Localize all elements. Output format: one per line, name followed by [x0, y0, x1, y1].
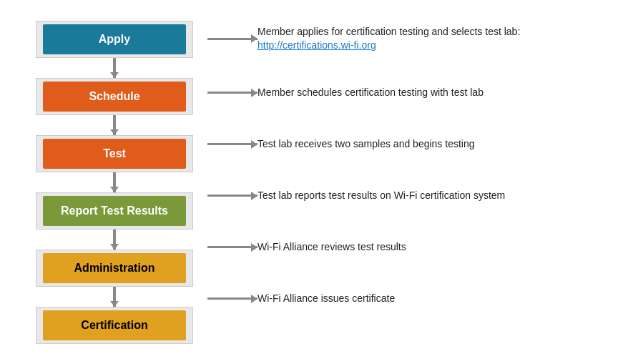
- desc-box-row-report: Test lab reports test results on Wi-Fi c…: [207, 180, 602, 212]
- step-wrapper-test: Test: [21, 135, 207, 172]
- arrow-line-schedule: [207, 92, 257, 94]
- step-tray-test: Test: [36, 135, 193, 172]
- step-wrapper-cert: Certification: [21, 307, 207, 344]
- step-tray-apply: Apply: [36, 21, 193, 58]
- desc-spacer-schedule: [207, 109, 602, 129]
- arrow-line-report: [207, 195, 257, 197]
- description-text-schedule: Member schedules certification testing w…: [257, 82, 484, 104]
- desc-spacer-report: [207, 212, 602, 232]
- desc-item-apply: Member applies for certification testing…: [207, 21, 602, 77]
- description-text-cert: Wi-Fi Alliance issues certificate: [257, 287, 395, 310]
- description-row-cert: Wi-Fi Alliance issues certificate: [207, 287, 395, 310]
- steps-column: ApplyScheduleTestReport Test ResultsAdmi…: [21, 21, 207, 344]
- desc-spacer-admin: [207, 263, 602, 283]
- arrow-line-cert: [207, 297, 257, 300]
- step-wrapper-admin: Administration: [21, 250, 207, 287]
- certification-link[interactable]: http://certifications.wi-fi.org: [257, 39, 376, 51]
- arrow-report: [207, 195, 257, 197]
- step-tray-admin: Administration: [36, 250, 193, 287]
- description-text-test: Test lab receives two samples and begins…: [257, 133, 475, 156]
- step-box-apply: Apply: [43, 24, 186, 54]
- connector-v-apply: [113, 58, 116, 78]
- desc-item-admin: Wi-Fi Alliance reviews test results: [207, 232, 602, 283]
- arrow-line-test: [207, 143, 257, 145]
- desc-item-test: Test lab receives two samples and begins…: [207, 129, 602, 180]
- descriptions-column: Member applies for certification testing…: [207, 21, 602, 315]
- step-tray-schedule: Schedule: [36, 78, 193, 115]
- connector-v-admin: [113, 287, 116, 307]
- desc-item-cert: Wi-Fi Alliance issues certificate: [207, 283, 602, 315]
- arrow-test: [207, 143, 257, 145]
- step-wrapper-schedule: Schedule: [21, 78, 207, 115]
- desc-box-row-admin: Wi-Fi Alliance reviews test results: [207, 232, 602, 263]
- arrow-line-admin: [207, 246, 257, 248]
- desc-spacer-apply: [207, 57, 602, 77]
- arrow-schedule: [207, 92, 257, 94]
- step-box-admin: Administration: [43, 253, 186, 283]
- desc-box-row-cert: Wi-Fi Alliance issues certificate: [207, 283, 602, 315]
- desc-item-report: Test lab reports test results on Wi-Fi c…: [207, 180, 602, 232]
- description-row-schedule: Member schedules certification testing w…: [207, 82, 484, 104]
- step-box-cert: Certification: [43, 310, 186, 340]
- step-wrapper-report: Report Test Results: [21, 192, 207, 230]
- desc-box-row-apply: Member applies for certification testing…: [207, 21, 602, 57]
- step-wrapper-apply: Apply: [21, 21, 207, 58]
- description-text-admin: Wi-Fi Alliance reviews test results: [257, 236, 406, 259]
- certification-flow-diagram: ApplyScheduleTestReport Test ResultsAdmi…: [0, 6, 623, 358]
- description-row-admin: Wi-Fi Alliance reviews test results: [207, 236, 406, 259]
- description-text-report: Test lab reports test results on Wi-Fi c…: [257, 185, 505, 207]
- description-text-apply: Member applies for certification testing…: [257, 21, 602, 57]
- desc-item-schedule: Member schedules certification testing w…: [207, 77, 602, 129]
- step-box-test: Test: [43, 139, 186, 169]
- connector-v-schedule: [113, 115, 116, 135]
- arrow-admin: [207, 246, 257, 248]
- desc-box-row-test: Test lab receives two samples and begins…: [207, 129, 602, 160]
- connector-v-report: [113, 230, 116, 250]
- step-tray-report: Report Test Results: [36, 192, 193, 230]
- arrow-apply: [207, 38, 257, 40]
- desc-spacer-test: [207, 160, 602, 180]
- arrow-line-apply: [207, 38, 257, 40]
- description-row-apply: Member applies for certification testing…: [207, 21, 602, 57]
- connector-v-test: [113, 172, 116, 192]
- description-row-test: Test lab receives two samples and begins…: [207, 133, 475, 156]
- step-box-report: Report Test Results: [43, 196, 186, 226]
- description-row-report: Test lab reports test results on Wi-Fi c…: [207, 185, 505, 207]
- step-box-schedule: Schedule: [43, 82, 186, 112]
- desc-box-row-schedule: Member schedules certification testing w…: [207, 77, 602, 109]
- step-tray-cert: Certification: [36, 307, 193, 344]
- arrow-cert: [207, 297, 257, 300]
